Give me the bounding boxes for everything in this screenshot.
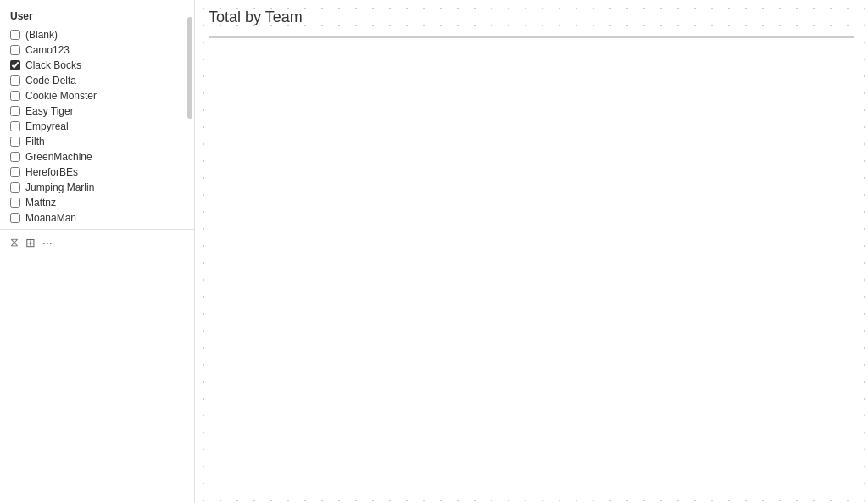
filter-label: Jumping Marlin [25, 182, 94, 193]
filter-label: Clack Bocks [25, 59, 81, 71]
sidebar-item-jumping-marlin[interactable]: Jumping Marlin [0, 180, 194, 195]
sidebar-item-camo123[interactable]: Camo123 [0, 42, 194, 58]
checkbox-empyreal[interactable] [10, 121, 20, 131]
filter-label: Camo123 [25, 44, 70, 56]
checkbox-jumping-marlin[interactable] [10, 182, 20, 193]
treemap-cell-darius-boyd[interactable]: darius Boyd [569, 37, 665, 38]
treemap-cell-cameron-smith[interactable]: Cameron Smith [209, 37, 449, 38]
checkbox-greenmachine[interactable] [10, 152, 20, 162]
treemap-cell-antonio-kaufusi[interactable]: antonio Kaufusi [665, 37, 755, 38]
table-icon[interactable]: ⊞ [25, 236, 36, 249]
filter-label: Cookie Monster [25, 90, 97, 102]
sidebar-item-greenmachine[interactable]: GreenMachine [0, 149, 194, 165]
treemap-cell-matt-geyer[interactable]: Matt Geyer [569, 37, 665, 38]
sidebar-item-easy-tiger[interactable]: Easy Tiger [0, 103, 194, 119]
treemap-cell-greg-inglis[interactable]: Greg Inglis [209, 37, 449, 38]
sidebar-item-(blank)[interactable]: (Blank) [0, 27, 194, 42]
filter-label: HereforBEs [25, 166, 78, 178]
checkbox-code-delta[interactable] [10, 75, 20, 86]
sidebar: User (Blank)Camo123Clack BocksCode Delta… [0, 0, 195, 503]
treemap-cell-matthew-scott[interactable]: Matthew Scott [569, 37, 665, 38]
filter-label: (Blank) [25, 29, 58, 41]
checkbox-cookie-monster[interactable] [10, 91, 20, 101]
filter-list: (Blank)Camo123Clack BocksCode DeltaCooki… [0, 27, 194, 226]
treemap-cell-ruben-wiki[interactable]: Ruben wiki [755, 37, 854, 38]
more-icon[interactable]: ··· [42, 236, 53, 249]
treemap-cell-tony-martin[interactable]: Tony Martin [755, 37, 854, 38]
sidebar-scrollbar[interactable] [187, 17, 192, 119]
sidebar-item-filth[interactable]: Filth [0, 134, 194, 149]
checkbox-(blank)[interactable] [10, 30, 20, 40]
treemap-cell-dallas-johnson[interactable]: Dallas Johnson [449, 37, 569, 38]
treemap-cell-jacob-lillyman[interactable]: Jacob Lillyman [569, 37, 665, 38]
treemap-cell-micheal-luck[interactable]: Micheal Luck [665, 37, 755, 38]
filter-label: Mattnz [25, 197, 56, 209]
sidebar-footer: ⧖ ⊞ ··· [0, 229, 194, 254]
treemap-cell-steve-turner[interactable]: Steve Turner [665, 37, 755, 38]
filter-label: Code Delta [25, 75, 76, 87]
filter-label: MoanaMan [25, 212, 76, 224]
checkbox-hereforbes[interactable] [10, 167, 20, 177]
filter-icon[interactable]: ⧖ [10, 235, 19, 249]
chart-title: Total by Team [209, 8, 854, 26]
sidebar-item-mattnz[interactable]: Mattnz [0, 195, 194, 210]
sidebar-item-hereforbes[interactable]: HereforBEs [0, 165, 194, 180]
checkbox-camo123[interactable] [10, 45, 20, 55]
treemap-cell-jamie-soward[interactable]: Jamie Soward [449, 37, 569, 38]
treemap[interactable]: Johnathan ThurstonGreg InglisMark Gasnie… [209, 36, 854, 38]
filter-label: Empyreal [25, 120, 69, 132]
checkbox-filth[interactable] [10, 137, 20, 147]
sidebar-item-cookie-monster[interactable]: Cookie Monster [0, 88, 194, 103]
checkbox-mattnz[interactable] [10, 198, 20, 208]
treemap-wrapper: Johnathan ThurstonGreg InglisMark Gasnie… [209, 36, 854, 495]
filter-label: Easy Tiger [25, 105, 74, 117]
treemap-cell-tom-learoy[interactable]: Tom Learoy... [665, 37, 755, 38]
treemap-cell-johnathan-thurston[interactable]: Johnathan Thurston [209, 37, 449, 38]
checkbox-moanaman[interactable] [10, 213, 20, 223]
filter-label: GreenMachine [25, 151, 92, 163]
sidebar-section-title: User [0, 7, 194, 27]
treemap-cell-ben-hannant[interactable]: Ben Hannant [449, 37, 569, 38]
treemap-cell-brent-webb[interactable]: Brent Webb [755, 37, 854, 38]
sidebar-item-moanaman[interactable]: MoanaMan [0, 210, 194, 226]
filter-label: Filth [25, 136, 45, 148]
treemap-cell-evarn-tuimavave[interactable]: Evarn Tuimavave [449, 37, 569, 38]
sidebar-item-code-delta[interactable]: Code Delta [0, 73, 194, 88]
checkbox-easy-tiger[interactable] [10, 106, 20, 116]
sidebar-item-empyreal[interactable]: Empyreal [0, 119, 194, 134]
sidebar-item-clack-bocks[interactable]: Clack Bocks [0, 58, 194, 73]
treemap-cell-clinton-schi[interactable]: Clinton Schi... [755, 37, 854, 38]
checkbox-clack-bocks[interactable] [10, 60, 20, 70]
treemap-cell-mark-gasnier[interactable]: Mark Gasnier [209, 37, 449, 38]
main-content: Total by Team Johnathan ThurstonGreg Ing… [195, 0, 868, 503]
